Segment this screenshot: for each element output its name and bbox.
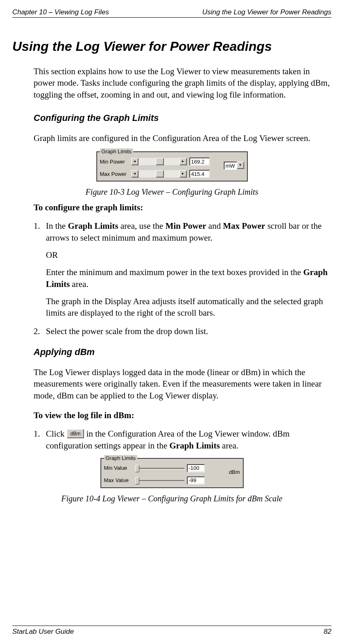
min-power-label: Min Power [100, 159, 129, 165]
unit-label: dBm [226, 469, 240, 475]
header-left: Chapter 10 – Viewing Log Files [12, 8, 109, 16]
unit-value: mW [224, 162, 237, 170]
step-1: In the Graph Limits area, use the Min Po… [34, 220, 331, 319]
footer-page-number: 82 [324, 628, 331, 636]
figure-10-3: Graph Limits Min Power ◄ ► 169.2 [12, 151, 331, 197]
chevron-down-icon[interactable]: ▼ [237, 162, 244, 169]
header-bar: Chapter 10 – Viewing Log Files Using the… [12, 8, 331, 18]
min-value-slider[interactable] [135, 464, 184, 472]
arrow-right-icon[interactable]: ► [179, 158, 187, 165]
min-power-textbox[interactable]: 169.2 [189, 157, 210, 166]
subheading-graph-limits: Configuring the Graph Limits [34, 113, 331, 123]
figure-10-3-caption: Figure 10-3 Log Viewer – Configuring Gra… [86, 187, 258, 197]
page-content: Using the Log Viewer for Power Readings … [12, 39, 331, 626]
max-power-textbox[interactable]: 415.4 [189, 170, 210, 178]
configure-limits-steps: In the Graph Limits area, use the Min Po… [34, 220, 331, 337]
slider-thumb[interactable] [135, 465, 139, 472]
section-title: Using the Log Viewer for Power Readings [12, 39, 331, 54]
figure-10-4: Graph Limits Min Value -100 Max Val [12, 458, 331, 503]
configure-limits-lead: To configure the graph limits: [34, 203, 331, 213]
panel-title: Graph Limits [100, 148, 134, 155]
max-power-scrollbar[interactable]: ◄ ► [131, 170, 187, 177]
step-1-result: The graph in the Display Area adjusts it… [46, 296, 331, 319]
step-2: Select the power scale from the drop dow… [34, 325, 331, 337]
max-power-label: Max Power [100, 171, 129, 177]
max-value-slider[interactable] [135, 477, 184, 484]
panel-title: Graph Limits [104, 455, 138, 461]
view-dbm-steps: Click dBm in the Configuration Area of t… [34, 428, 331, 451]
header-right: Using the Log Viewer for Power Readings [202, 8, 331, 16]
graph-limits-intro: Graph limits are configured in the Confi… [34, 132, 331, 144]
scroll-thumb[interactable] [156, 158, 164, 165]
applying-dbm-intro: The Log Viewer displays logged data in t… [34, 366, 331, 401]
slider-thumb[interactable] [135, 477, 139, 485]
unit-dropdown[interactable]: mW ▼ [224, 162, 244, 170]
dbm-step-1: Click dBm in the Configuration Area of t… [34, 428, 331, 451]
step-1-alt: Enter the minimum and maximum power in t… [46, 266, 331, 290]
figure-10-4-caption: Figure 10-4 Log Viewer – Configuring Gra… [61, 494, 283, 503]
intro-paragraph: This section explains how to use the Log… [34, 66, 331, 100]
view-dbm-lead: To view the log file in dBm: [34, 410, 331, 421]
dbm-button[interactable]: dBm [67, 429, 84, 438]
max-value-label: Max Value [104, 477, 133, 483]
graph-limits-panel-dbm: Graph Limits Min Value -100 Max Val [100, 458, 244, 488]
arrow-left-icon[interactable]: ◄ [131, 158, 138, 165]
arrow-left-icon[interactable]: ◄ [131, 170, 138, 177]
graph-limits-panel-mw: Graph Limits Min Power ◄ ► 169.2 [96, 151, 248, 182]
subheading-applying-dbm: Applying dBm [34, 347, 331, 357]
min-value-textbox[interactable]: -100 [187, 464, 205, 472]
min-value-label: Min Value [104, 465, 133, 471]
max-value-textbox[interactable]: -99 [187, 476, 205, 485]
arrow-right-icon[interactable]: ► [179, 170, 187, 177]
min-power-scrollbar[interactable]: ◄ ► [131, 158, 187, 165]
step-1-or: OR [46, 249, 331, 261]
footer-left: StarLab User Guide [12, 628, 74, 636]
scroll-thumb[interactable] [156, 170, 164, 177]
footer-bar: StarLab User Guide 82 [12, 626, 331, 636]
